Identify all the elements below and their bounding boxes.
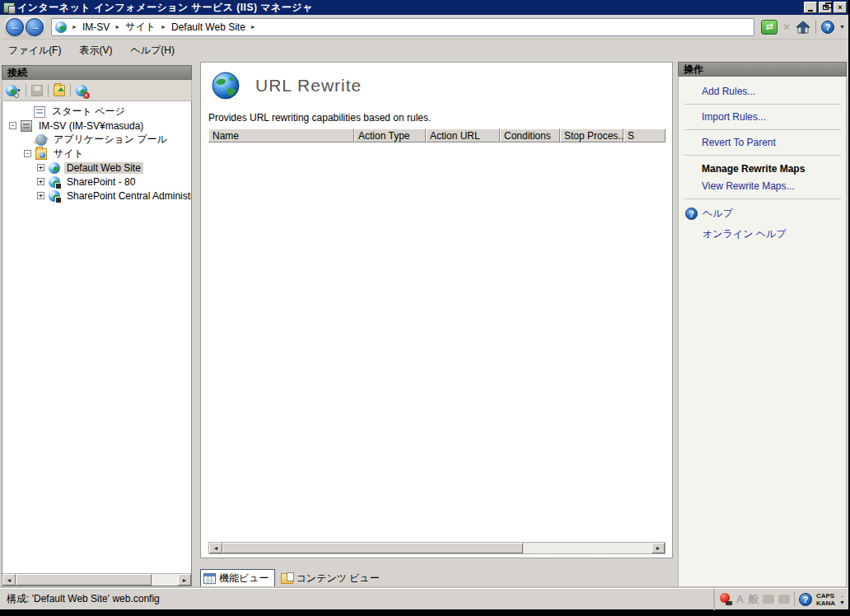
tree-item-label[interactable]: サイト: [51, 147, 86, 161]
ime-general-mode-button[interactable]: 般: [748, 592, 759, 607]
scrollbar-thumb[interactable]: [222, 543, 523, 553]
restore-button[interactable]: [819, 2, 832, 13]
tree-item-label[interactable]: SharePoint - 80: [64, 176, 138, 188]
back-button[interactable]: ←: [6, 18, 24, 36]
ime-help-button[interactable]: ?: [799, 593, 812, 606]
help-dropdown-caret-icon[interactable]: ▼: [839, 24, 845, 30]
rules-list-empty[interactable]: [201, 142, 672, 542]
tree-item-label[interactable]: Default Web Site: [64, 162, 143, 174]
column-header-stop-processing[interactable]: Stop Proces...: [560, 128, 623, 142]
rules-horizontal-scrollbar[interactable]: ◄ ►: [208, 542, 666, 554]
folder-up-icon: [54, 85, 65, 96]
delete-connection-button[interactable]: ✕: [76, 85, 87, 96]
tree-item-sharepoint-80[interactable]: + SharePoint - 80: [2, 175, 191, 189]
chevron-right-icon: ►: [161, 24, 166, 30]
chevron-right-icon: ►: [114, 24, 120, 30]
restart-button[interactable]: ⇄: [761, 20, 778, 35]
breadcrumb-sites[interactable]: サイト: [125, 20, 156, 34]
connections-tree: スタート ページ - IM-SV (IM-SV¥masuda) アプリケーション…: [2, 101, 192, 586]
breadcrumb-server[interactable]: IM-SV: [82, 21, 110, 33]
column-header-action-url[interactable]: Action URL: [426, 128, 500, 142]
expand-toggle[interactable]: +: [37, 164, 44, 171]
column-header-truncated[interactable]: S: [623, 128, 666, 142]
tab-content-view[interactable]: コンテンツ ビュー: [278, 570, 385, 587]
menu-bar: ファイル(F) 表示(V) ヘルプ(H): [0, 40, 848, 60]
kana-indicator[interactable]: KANA: [816, 600, 835, 607]
close-button[interactable]: ×: [834, 2, 847, 13]
tree-item-sites[interactable]: - サイト: [2, 147, 191, 161]
tree-item-label[interactable]: スタート ページ: [49, 105, 128, 119]
connections-header: 接続: [2, 65, 192, 80]
scroll-right-button[interactable]: ►: [652, 543, 665, 553]
tree-item-label[interactable]: アプリケーション プール: [51, 133, 170, 147]
caps-indicator[interactable]: CAPS: [816, 592, 835, 600]
breadcrumb-site[interactable]: Default Web Site: [171, 21, 245, 33]
restart-icon: ⇄: [765, 21, 773, 32]
url-rewrite-globe-icon: [211, 71, 241, 100]
configuration-status: 構成: 'Default Web Site' web.config: [7, 592, 713, 606]
minimize-button[interactable]: [804, 2, 817, 13]
help-icon: ?: [825, 22, 831, 32]
website-icon: [49, 162, 60, 174]
help-icon: ?: [685, 208, 698, 220]
column-header-conditions[interactable]: Conditions: [500, 128, 560, 142]
tree-item-server[interactable]: - IM-SV (IM-SV¥masuda): [2, 119, 191, 133]
site-globe-icon: [55, 21, 67, 33]
online-help-link[interactable]: オンライン ヘルプ: [682, 222, 843, 241]
create-connection-button[interactable]: ▾: [6, 85, 21, 96]
tab-features-view[interactable]: 機能ビュー: [200, 569, 275, 588]
forward-icon: →: [30, 21, 40, 33]
feature-title: URL Rewrite: [255, 76, 362, 96]
column-header-name[interactable]: Name: [208, 128, 354, 142]
tree-item-label[interactable]: IM-SV (IM-SV¥masuda): [36, 120, 146, 132]
revert-to-parent-link[interactable]: Revert To Parent: [682, 133, 843, 152]
up-level-button[interactable]: [54, 85, 65, 96]
application-pools-icon: [35, 134, 47, 146]
chevron-right-icon: ►: [250, 24, 256, 30]
actions-header: 操作: [678, 62, 847, 77]
ime-options-caret-icon[interactable]: ▼: [839, 600, 845, 606]
tree-item-sharepoint-central-admin[interactable]: + SharePoint Central Administra: [2, 189, 191, 203]
scroll-right-button[interactable]: ►: [178, 574, 191, 586]
connections-panel: 接続 ▾ ✕: [2, 65, 192, 586]
import-rules-link[interactable]: Import Rules...: [682, 107, 843, 127]
server-icon: [21, 120, 32, 132]
scrollbar-thumb[interactable]: [16, 574, 152, 586]
nav-button-group: ← →: [3, 16, 46, 38]
tree-item-application-pools[interactable]: アプリケーション プール: [2, 133, 191, 147]
menu-view[interactable]: 表示(V): [79, 44, 112, 58]
column-header-action-type[interactable]: Action Type: [354, 128, 426, 142]
collapse-toggle[interactable]: -: [9, 122, 16, 129]
url-rewrite-feature: URL Rewrite Provides URL rewriting capab…: [200, 62, 673, 558]
expand-toggle[interactable]: +: [37, 178, 44, 185]
menu-file[interactable]: ファイル(F): [8, 44, 61, 58]
ime-minimize-button[interactable]: -: [841, 593, 843, 600]
chevron-right-icon: ►: [72, 24, 77, 30]
scroll-left-button[interactable]: ◄: [2, 574, 16, 586]
expand-toggle[interactable]: +: [37, 192, 44, 199]
ime-input-icon[interactable]: [720, 593, 732, 605]
help-link[interactable]: ヘルプ: [703, 207, 733, 221]
view-rewrite-maps-link[interactable]: View Rewrite Maps...: [682, 176, 843, 196]
minimize-icon: [808, 10, 813, 12]
add-rules-link[interactable]: Add Rules...: [682, 82, 843, 101]
menu-help[interactable]: ヘルプ(H): [130, 44, 175, 58]
ime-tool-button-disabled: [763, 595, 774, 604]
toolbar-separator: [48, 84, 49, 97]
home-button[interactable]: [796, 21, 810, 34]
breadcrumb[interactable]: ► IM-SV ► サイト ► Default Web Site ►: [51, 18, 754, 36]
tree-item-default-web-site[interactable]: + Default Web Site: [2, 161, 191, 175]
collapse-toggle[interactable]: -: [24, 150, 31, 157]
ime-alpha-mode-button[interactable]: A: [736, 593, 744, 605]
view-tabs: 機能ビュー コンテンツ ビュー: [200, 558, 673, 588]
help-button[interactable]: ?: [821, 21, 834, 34]
ime-tool-button-disabled: [778, 595, 790, 604]
stop-button-disabled: ✕: [782, 21, 791, 33]
tree-item-label[interactable]: SharePoint Central Administra: [64, 190, 192, 202]
forward-button[interactable]: →: [26, 18, 44, 36]
restore-icon: [823, 5, 829, 10]
scroll-left-button[interactable]: ◄: [209, 543, 222, 553]
toolbar-separator: [70, 84, 71, 97]
connections-horizontal-scrollbar[interactable]: ◄ ►: [2, 573, 191, 586]
tree-item-start-page[interactable]: スタート ページ: [2, 105, 191, 119]
